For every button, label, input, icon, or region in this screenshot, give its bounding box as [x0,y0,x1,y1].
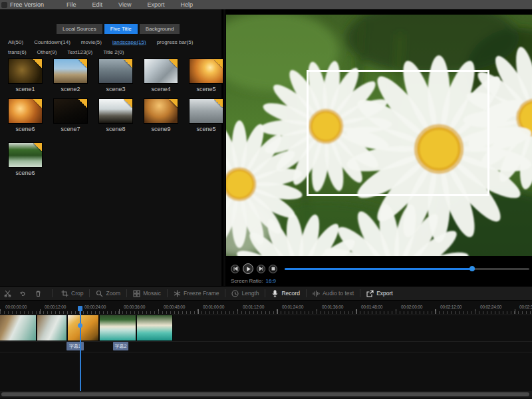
scene-item: scene6 [7,142,44,176]
timeline-video-clip[interactable] [0,315,37,340]
ruler-timecode: 00:01:00:00 [203,305,224,309]
ruler-timecode: 00:00:36:00 [124,305,145,309]
template-fold-icon [169,99,178,108]
timeline-video-clip[interactable] [137,315,173,340]
toolbar-separator [225,289,225,297]
menu-help[interactable]: Help [180,1,193,8]
scene-thumbnail[interactable] [53,98,88,124]
menu-file[interactable]: File [66,1,76,8]
scene-item: scene2 [52,59,89,92]
subtitle-clip[interactable]: 字幕1 [66,342,84,350]
ruler-timecode: 00:00:00:00 [5,305,27,309]
ruler-timecode: 00:02:24:00 [480,305,501,309]
scene-label: scene6 [7,126,44,132]
tab-five-title[interactable]: Five Title [104,24,138,34]
mosaic-label: Mosaic [143,290,161,297]
scene-thumbnail[interactable] [98,98,133,124]
ruler-timecode: 00:01:24:00 [282,305,303,309]
crop-overlay-rect[interactable] [307,70,489,196]
scene-thumbnail[interactable] [98,59,133,84]
scene-label: scene2 [52,86,89,92]
crop-button[interactable]: Crop [61,290,83,297]
template-fold-icon [124,99,132,108]
scene-thumbnail[interactable] [8,98,43,124]
timeline-video-clip[interactable] [100,315,136,340]
timeline-video-clip[interactable] [68,315,99,340]
template-fold-icon [33,59,42,68]
record-button[interactable]: Record [271,290,299,297]
scene-item: scene3 [97,59,134,92]
menu-edit[interactable]: Edit [92,1,103,8]
zoom-button[interactable]: Zoom [96,290,120,297]
template-fold-icon [214,59,223,68]
timeline-horizontal-scrollbar[interactable] [0,391,532,398]
scene-thumbnail[interactable] [189,98,223,124]
scene-thumbnail[interactable] [144,59,178,84]
ruler-timecode: 00:01:48:00 [361,305,382,309]
length-button[interactable]: Length [231,290,259,297]
category-trans[interactable]: trans(6) [8,49,27,55]
toolbar-separator [126,289,127,297]
tab-background[interactable]: Background [140,24,180,34]
toolbar-separator [89,289,90,297]
category-movie[interactable]: movie(5) [81,39,102,45]
scene-thumbnail[interactable] [8,142,43,168]
scene-item: scene8 [97,98,134,132]
scene-item: scene9 [142,98,180,132]
stop-button[interactable] [269,265,277,273]
seek-bar-knob[interactable] [469,266,475,271]
undo-button[interactable] [19,290,27,297]
category-landscape[interactable]: landscape(15) [112,39,146,45]
mosaic-button[interactable]: Mosaic [133,290,161,297]
scene-thumbnail[interactable] [8,59,43,84]
skip-start-button[interactable] [231,265,239,273]
skip-end-button[interactable] [257,265,265,273]
scene-item: scene5 [188,59,225,92]
record-label: Record [281,290,299,297]
video-editor-window: Free Version File Edit View Export Help … [0,0,532,399]
seek-bar[interactable] [285,268,529,270]
preview-panel: Screen Ratio:16:9 [225,9,532,286]
play-button[interactable] [243,263,253,274]
toolbar-separator [167,289,168,297]
ruler-timecode: 00:00:24:00 [84,305,106,309]
ruler-timecode: 00:02:12:00 [440,305,462,309]
scene-thumbnail[interactable] [53,59,88,84]
tab-local-sources[interactable]: Local Sources [57,24,102,34]
export-button[interactable]: Export [366,290,393,297]
menu-view[interactable]: View [118,1,131,8]
toolbar-separator [265,289,265,297]
seek-bar-fill [285,268,472,270]
scene-label: scene5 [188,126,225,132]
playhead-line[interactable] [80,306,81,391]
playhead-handle[interactable] [78,306,82,311]
scene-item: scene1 [7,59,44,92]
template-fold-icon [214,99,223,108]
scrollbar-thumb[interactable] [1,392,529,396]
category-countdown[interactable]: Countdown(14) [34,39,70,45]
freeze-frame-button[interactable]: Freeze Frame [174,290,219,297]
menu-export[interactable]: Export [147,1,164,8]
timeline-video-clip[interactable] [37,315,67,340]
playback-controls [231,263,529,274]
scene-label: scene4 [142,86,180,92]
scene-thumbnail[interactable] [144,98,178,124]
split-button[interactable] [4,290,11,297]
editing-toolbar: Crop Zoom Mosaic Freeze Frame [0,286,532,301]
screen-ratio-value[interactable]: 16:9 [265,278,276,284]
category-all[interactable]: All(50) [8,39,23,45]
category-text123[interactable]: Text123(9) [67,49,92,55]
length-label: Length [241,290,259,297]
app-title: Free Version [10,1,44,8]
scene-item: scene6 [7,98,44,132]
category-progress-bar[interactable]: progress bar(5) [157,39,194,45]
subtitle-clip[interactable]: 字幕2 [113,342,128,350]
category-other[interactable]: Other(9) [37,49,57,55]
video-preview[interactable] [226,15,532,256]
scene-thumbnail[interactable] [189,59,223,84]
delete-button[interactable] [35,290,42,297]
toolbar-separator [306,289,307,297]
audio-to-text-button[interactable]: Audio to text [313,290,354,297]
playhead-drag-dot[interactable] [78,323,82,328]
category-title2[interactable]: Title 2(0) [103,49,124,55]
